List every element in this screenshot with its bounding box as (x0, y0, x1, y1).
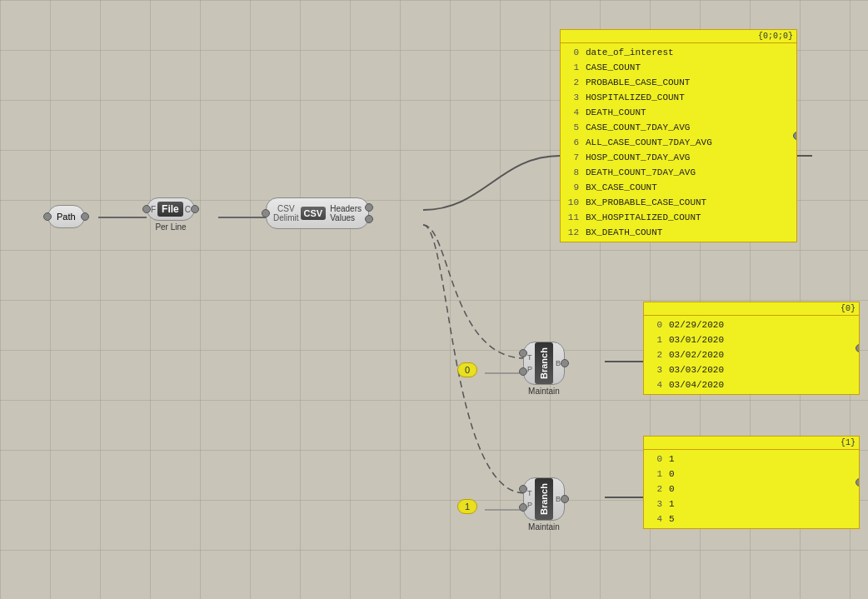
output-row-num: 3 (564, 90, 579, 105)
middle-panel-body: 002/29/2020103/01/2020203/02/2020303/03/… (644, 316, 859, 394)
output-row-value: 03/04/2020 (669, 377, 724, 392)
file-sub-label: Per Line (155, 222, 186, 232)
output-row-num: 9 (564, 180, 579, 195)
branch1-center-label: Branch (535, 342, 553, 384)
csv-node[interactable]: CSV Delimit CSV Headers Values (266, 197, 369, 229)
output-row-value: CASE_COUNT (586, 60, 641, 75)
output-row: 303/03/2020 (647, 362, 856, 377)
output-row: 01 (647, 452, 856, 467)
csv-node-body: CSV Delimit CSV Headers Values (266, 197, 369, 229)
csv-right-labels: Headers Values (327, 204, 362, 222)
top-panel-header: {0;0;0} (561, 30, 796, 43)
output-row-num: 5 (564, 120, 579, 135)
branch2-port-t (519, 485, 527, 493)
file-center-label: File (157, 202, 183, 217)
output-row: 5CASE_COUNT_7DAY_AVG (564, 120, 793, 135)
middle-panel-right-port (856, 344, 860, 352)
csv-port-right-top (365, 203, 373, 212)
output-row-num: 0 (564, 45, 579, 60)
bottom-panel-right-port (856, 478, 860, 487)
output-row: 9BX_CASE_COUNT (564, 180, 793, 195)
branch1-sub-label: Maintain (528, 387, 560, 396)
path-port-left (43, 212, 52, 221)
output-row: 8DEATH_COUNT_7DAY_AVG (564, 165, 793, 180)
output-row-value: 03/02/2020 (669, 347, 724, 362)
branch1-left-labels: T P (527, 353, 532, 373)
csv-main: CSV Delimit (273, 204, 299, 222)
output-row-value: 02/29/2020 (669, 317, 724, 332)
output-row: 2PROBABLE_CASE_COUNT (564, 75, 793, 90)
output-row-value: HOSP_COUNT_7DAY_AVG (586, 150, 690, 165)
top-panel-body: 0date_of_interest1CASE_COUNT2PROBABLE_CA… (561, 43, 796, 242)
output-row: 10BX_PROBABLE_CASE_COUNT (564, 195, 793, 210)
file-node[interactable]: F File C Per Line (147, 197, 195, 232)
path-node[interactable]: Path (47, 205, 85, 228)
output-row-num: 4 (647, 377, 662, 392)
bottom-panel-body: 0110203145 (644, 450, 859, 528)
bottom-output-panel: {1} 0110203145 (643, 436, 860, 529)
index-0-bubble[interactable]: 0 (457, 362, 477, 377)
branch1-node-body: T P Branch B (523, 342, 565, 385)
index-0-value: 0 (465, 365, 470, 375)
output-row: 7HOSP_COUNT_7DAY_AVG (564, 150, 793, 165)
path-label: Path (57, 212, 76, 222)
branch2-t-label: T (527, 489, 532, 497)
output-row-value: 03/03/2020 (669, 362, 724, 377)
output-row: 10 (647, 467, 856, 482)
index-1-value: 1 (465, 502, 470, 512)
path-node-body: Path (47, 205, 85, 228)
output-row-num: 1 (647, 467, 662, 482)
branch2-node[interactable]: T P Branch B Maintain (523, 477, 565, 532)
output-row: 3HOSPITALIZED_COUNT (564, 90, 793, 105)
output-row: 45 (647, 512, 856, 527)
output-row-num: 11 (564, 210, 579, 225)
branch2-node-body: T P Branch B (523, 477, 565, 521)
output-row: 103/01/2020 (647, 332, 856, 347)
branch2-p-label: P (527, 501, 532, 509)
file-port-right (191, 205, 199, 213)
output-row-num: 1 (647, 332, 662, 347)
branch1-port-t (519, 349, 527, 357)
branch2-sub-label: Maintain (528, 522, 560, 532)
middle-output-panel: {0} 002/29/2020103/01/2020203/02/2020303… (643, 302, 860, 395)
output-row-num: 0 (647, 317, 662, 332)
file-port-left (142, 205, 151, 213)
output-row-value: PROBABLE_CASE_COUNT (586, 75, 690, 90)
output-row-value: 0 (669, 482, 675, 497)
output-row-value: DEATH_COUNT_7DAY_AVG (586, 165, 696, 180)
branch1-node[interactable]: T P Branch B Maintain (523, 342, 565, 396)
csv-values-label: Values (330, 213, 362, 222)
output-row: 002/29/2020 (647, 317, 856, 332)
output-row-num: 3 (647, 362, 662, 377)
output-row-value: CASE_COUNT_7DAY_AVG (586, 120, 690, 135)
branch2-center-label: Branch (535, 478, 553, 520)
csv-top-label: CSV (277, 204, 295, 213)
output-row-value: 5 (669, 512, 675, 527)
output-row-num: 10 (564, 195, 579, 210)
output-row-num: 1 (564, 60, 579, 75)
output-row-value: DEATH_COUNT (586, 105, 646, 120)
output-row-num: 0 (647, 452, 662, 467)
output-row: 11BX_HOSPITALIZED_COUNT (564, 210, 793, 225)
branch2-left-labels: T P (527, 489, 532, 509)
output-row-value: ALL_CASE_COUNT_7DAY_AVG (586, 135, 712, 150)
csv-port-left (262, 209, 270, 217)
output-row-value: BX_HOSPITALIZED_COUNT (586, 210, 701, 225)
file-node-body: F File C (147, 197, 195, 221)
index-1-bubble[interactable]: 1 (457, 499, 477, 514)
file-left-label: F (151, 205, 156, 214)
output-row-value: BX_CASE_COUNT (586, 180, 657, 195)
output-row-num: 4 (564, 105, 579, 120)
output-row-value: 03/01/2020 (669, 332, 724, 347)
output-row-num: 3 (647, 497, 662, 512)
branch1-port-b (561, 359, 569, 367)
output-row: 31 (647, 497, 856, 512)
output-row-value: 1 (669, 497, 675, 512)
output-row-num: 8 (564, 165, 579, 180)
output-row-value: BX_DEATH_COUNT (586, 225, 662, 240)
csv-sub-label: Delimit (273, 213, 299, 222)
branch1-p-label: P (527, 365, 532, 373)
output-row-value: date_of_interest (586, 45, 674, 60)
file-right-label: C (185, 205, 191, 214)
output-row: 4DEATH_COUNT (564, 105, 793, 120)
